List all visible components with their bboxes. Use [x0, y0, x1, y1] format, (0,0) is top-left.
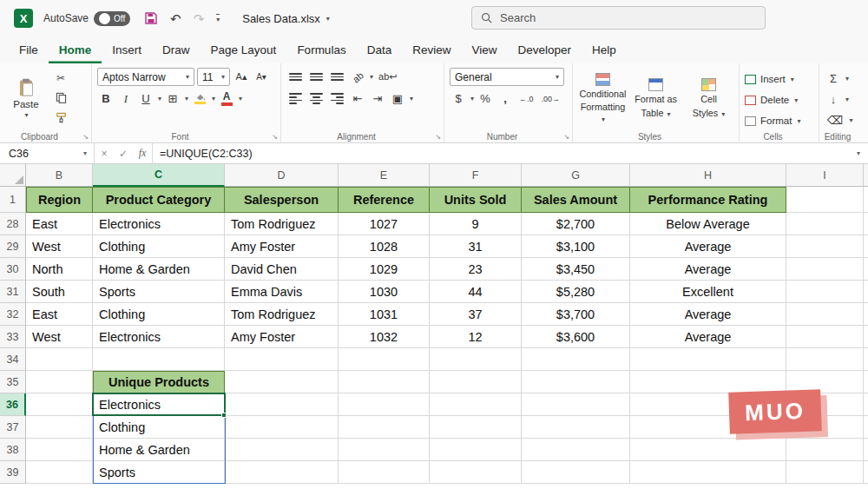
tab-review[interactable]: Review	[402, 36, 461, 63]
name-box[interactable]: C36	[0, 143, 76, 163]
cell[interactable]	[786, 303, 864, 326]
cell[interactable]: Tom Rodriguez	[225, 213, 339, 235]
format-as-table-button[interactable]: Format as Table ▾	[631, 78, 681, 118]
tab-formulas[interactable]: Formulas	[286, 36, 356, 63]
cell[interactable]: Amy Foster	[225, 326, 339, 348]
copy-icon[interactable]	[50, 89, 71, 106]
cell[interactable]: West	[26, 326, 93, 348]
save-icon[interactable]	[144, 11, 158, 25]
undo-icon[interactable]: ↶	[170, 12, 181, 25]
cell[interactable]: Sports	[93, 461, 225, 484]
cell[interactable]	[522, 348, 630, 371]
autosave-toggle[interactable]: Off	[94, 11, 130, 26]
font-dialog-launcher-icon[interactable]: ↘	[272, 133, 278, 141]
insert-cells-button[interactable]: Insert ▾	[745, 70, 813, 88]
wrap-text-icon[interactable]: ab↩	[376, 68, 399, 86]
row-header[interactable]: 34	[0, 348, 26, 371]
tab-developer[interactable]: Developer	[507, 36, 582, 63]
cell[interactable]: South	[26, 281, 93, 303]
cell[interactable]: Sports	[93, 281, 225, 303]
row-header[interactable]: 32	[0, 303, 26, 326]
cell[interactable]: 44	[430, 281, 522, 303]
align-top-icon[interactable]	[286, 68, 305, 86]
cell[interactable]	[430, 393, 522, 416]
cell[interactable]: 1030	[339, 281, 430, 303]
cell[interactable]	[225, 439, 339, 461]
row-header[interactable]: 31	[0, 281, 26, 303]
cut-icon[interactable]: ✂	[50, 69, 71, 86]
cell[interactable]: Clothing	[93, 235, 225, 258]
enter-icon[interactable]: ✓	[114, 143, 133, 163]
customize-toolbar-icon[interactable]: ▾	[216, 14, 220, 23]
align-center-icon[interactable]	[307, 89, 326, 108]
cell[interactable]: 1031	[339, 303, 430, 326]
row-header[interactable]: 37	[0, 416, 26, 439]
cell[interactable]: Average	[630, 235, 786, 258]
cell[interactable]: Performance Rating	[630, 187, 786, 213]
cell[interactable]	[26, 439, 93, 461]
column-header-e[interactable]: E	[339, 164, 430, 187]
row-header[interactable]: 1	[0, 187, 26, 213]
number-format-combobox[interactable]: General ▾	[450, 68, 564, 86]
increase-indent-icon[interactable]: ⇥	[369, 89, 386, 108]
cell[interactable]: 12	[430, 326, 522, 348]
cell[interactable]: East	[26, 303, 93, 326]
cancel-icon[interactable]: ×	[95, 143, 114, 163]
row-header[interactable]: 29	[0, 235, 26, 258]
column-header-h[interactable]: H	[630, 164, 786, 187]
cell[interactable]: 1027	[339, 213, 430, 235]
cell[interactable]	[786, 348, 864, 371]
cell[interactable]: Home & Garden	[93, 439, 225, 461]
cell[interactable]: North	[26, 258, 93, 281]
column-header-c[interactable]: C	[93, 164, 225, 187]
cell[interactable]: Amy Foster	[225, 235, 339, 258]
cell[interactable]: $3,450	[522, 258, 630, 281]
cell[interactable]: Average	[630, 303, 786, 326]
cell[interactable]: Sales Amount	[522, 187, 630, 213]
select-all-corner[interactable]	[0, 164, 26, 187]
font-size-combobox[interactable]: 11 ▾	[197, 68, 230, 86]
percent-style-icon[interactable]: %	[477, 89, 494, 108]
cell[interactable]: Home & Garden	[93, 258, 225, 281]
font-color-icon[interactable]: A	[218, 89, 235, 108]
align-right-icon[interactable]	[328, 89, 346, 108]
cell[interactable]: Tom Rodriguez	[225, 303, 339, 326]
cell[interactable]: Region	[26, 187, 93, 213]
cell[interactable]: Electronics	[93, 213, 225, 235]
cell[interactable]	[26, 416, 93, 439]
tab-insert[interactable]: Insert	[102, 36, 152, 63]
tab-data[interactable]: Data	[357, 36, 403, 63]
cell[interactable]	[26, 461, 93, 484]
search-input[interactable]: Search	[471, 6, 766, 30]
unique-products-header-cell[interactable]: Unique Products	[93, 371, 225, 393]
cell[interactable]: Emma Davis	[225, 281, 339, 303]
cell[interactable]	[430, 439, 522, 461]
row-header[interactable]: 28	[0, 213, 26, 235]
cell[interactable]	[786, 439, 864, 461]
cell[interactable]	[225, 371, 339, 393]
tab-view[interactable]: View	[461, 36, 507, 63]
cell[interactable]	[430, 348, 522, 371]
merge-center-icon[interactable]: ▣	[389, 89, 406, 108]
autosum-icon[interactable]: Σ	[825, 69, 842, 87]
cell[interactable]	[630, 348, 786, 371]
bold-button[interactable]: B	[97, 89, 115, 108]
formula-input[interactable]: =UNIQUE(C2:C33)	[153, 143, 849, 163]
font-name-combobox[interactable]: Aptos Narrow ▾	[97, 68, 194, 86]
cell[interactable]	[339, 461, 430, 484]
cell[interactable]	[522, 416, 630, 439]
cell[interactable]	[786, 461, 864, 484]
cell[interactable]: Salesperson	[225, 187, 339, 213]
cell[interactable]: $3,700	[522, 303, 630, 326]
underline-button[interactable]: U	[137, 89, 155, 108]
cell[interactable]	[225, 393, 339, 416]
fill-down-icon[interactable]: ↓	[825, 90, 842, 108]
row-header[interactable]: 30	[0, 258, 26, 281]
cell[interactable]	[339, 348, 430, 371]
cell[interactable]	[225, 348, 339, 371]
cell[interactable]	[786, 213, 864, 235]
cell[interactable]	[522, 371, 630, 393]
cell[interactable]: West	[26, 235, 93, 258]
cell[interactable]: Average	[630, 258, 786, 281]
align-left-icon[interactable]	[286, 89, 305, 108]
